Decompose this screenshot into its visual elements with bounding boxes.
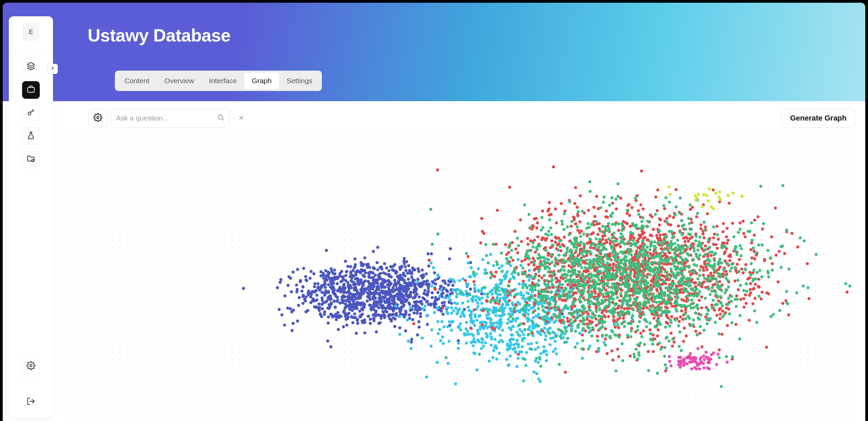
sidebar-item-lab[interactable]	[22, 127, 40, 145]
sidebar: E	[9, 16, 53, 418]
key-icon	[27, 108, 35, 118]
toolbar-right: Generate Graph	[782, 109, 855, 128]
scatter-plot[interactable]	[64, 132, 858, 421]
search-icon	[217, 114, 225, 123]
tab-graph[interactable]: Graph	[244, 73, 279, 89]
page-title: Ustawy Database	[88, 25, 230, 45]
clear-search-button[interactable]	[233, 109, 249, 128]
svg-line-9	[32, 111, 33, 112]
avatar[interactable]: E	[22, 23, 40, 41]
sidebar-divider	[9, 51, 53, 51]
tab-content[interactable]: Content	[117, 73, 157, 89]
app-frame: Ustawy Database Content Overview Interfa…	[3, 3, 865, 421]
toolbar-left	[88, 109, 249, 128]
nav-items	[22, 58, 40, 168]
layers-icon	[27, 62, 35, 72]
sidebar-item-keys[interactable]	[22, 104, 40, 122]
tab-settings[interactable]: Settings	[279, 73, 320, 89]
gear-icon	[27, 361, 35, 371]
sidebar-divider	[22, 381, 40, 381]
tabs: Content Overview Interface Graph Setting…	[115, 71, 322, 91]
chevron-right-icon	[50, 66, 55, 72]
folder-icon	[27, 154, 35, 164]
svg-point-0	[97, 116, 99, 119]
sidebar-item-logout[interactable]	[22, 393, 40, 411]
sidebar-bottom	[22, 358, 40, 411]
tab-interface[interactable]: Interface	[202, 73, 244, 89]
logout-icon	[27, 397, 35, 407]
sidebar-item-folder[interactable]	[22, 150, 40, 168]
svg-point-11	[30, 365, 32, 367]
search-input[interactable]	[116, 114, 217, 122]
generate-graph-button[interactable]: Generate Graph	[782, 109, 855, 128]
content-area: Generate Graph	[57, 101, 865, 421]
svg-rect-6	[28, 88, 34, 92]
close-icon	[238, 113, 245, 124]
sidebar-item-settings[interactable]	[22, 358, 40, 375]
svg-marker-5	[27, 62, 35, 66]
briefcase-icon	[27, 85, 35, 95]
sidebar-item-workspace[interactable]	[22, 81, 40, 99]
flask-icon	[27, 131, 35, 141]
svg-line-2	[222, 119, 224, 120]
sidebar-item-layers[interactable]	[22, 58, 40, 76]
gear-icon	[93, 113, 102, 123]
graph-settings-button[interactable]	[88, 109, 107, 128]
tab-overview[interactable]: Overview	[157, 73, 202, 89]
sidebar-expand-button[interactable]	[48, 64, 58, 74]
search-box	[111, 109, 230, 128]
